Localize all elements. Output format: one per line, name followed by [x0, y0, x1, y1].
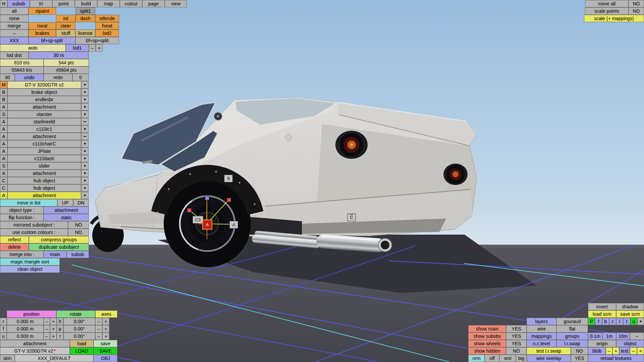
merge-into-subob-button[interactable]: subob: [66, 251, 89, 258]
btn-none[interactable]: none: [0, 15, 29, 22]
object-type-value[interactable]: attachment: [44, 206, 89, 214]
show-hidden-label[interactable]: show hidden: [468, 347, 506, 355]
show-hidden-toggle[interactable]: NO: [506, 347, 527, 355]
list-0-letter[interactable]: M: [0, 81, 7, 88]
move-in-list-button[interactable]: move in list: [0, 199, 57, 206]
list-0-flag[interactable]: •: [81, 81, 89, 88]
list-15-letter[interactable]: A: [0, 192, 7, 199]
load-scm-button[interactable]: load scm: [588, 310, 616, 318]
lod-minus-button[interactable]: –: [89, 44, 96, 52]
compress-groups-button[interactable]: compress groups: [29, 236, 89, 243]
nrm-button[interactable]: nrm: [468, 355, 485, 362]
position-u-minus[interactable]: –: [44, 333, 50, 340]
btn-rseat[interactable]: rseat: [29, 22, 56, 29]
show-main-label[interactable]: show main: [468, 325, 506, 333]
merge-into-main-button[interactable]: main: [44, 251, 66, 258]
save-small-button[interactable]: save: [94, 340, 117, 347]
invert-button[interactable]: invert: [588, 303, 616, 310]
btn-all[interactable]: all: [0, 7, 29, 15]
grid-1m-button[interactable]: 1m: [602, 333, 616, 340]
btn-lod1[interactable]: lod1: [66, 44, 89, 52]
list-1-name[interactable]: brake object: [7, 88, 81, 96]
list-13-flag[interactable]: •: [81, 177, 89, 184]
show-subobs-label[interactable]: show subobs: [468, 333, 506, 340]
clean-object-button[interactable]: clean object: [0, 265, 60, 273]
tab-position[interactable]: position: [7, 310, 56, 318]
list-14-name[interactable]: hub object: [7, 184, 81, 192]
nrm-sml-button[interactable]: sml: [499, 355, 516, 362]
list-14-flag[interactable]: •: [81, 184, 89, 192]
list-10-flag[interactable]: •: [81, 155, 89, 162]
list-4-letter[interactable]: S: [0, 111, 7, 118]
position-f-minus[interactable]: –: [44, 325, 50, 333]
blob-plus-button[interactable]: +: [612, 347, 619, 355]
viewport-3d[interactable]: [0, 0, 644, 362]
position-f-value[interactable]: 0.000 m: [7, 325, 44, 333]
btn-fseat[interactable]: fseat: [95, 22, 119, 29]
list-10-letter[interactable]: A: [0, 155, 7, 162]
control-point-red-2[interactable]: [227, 198, 231, 202]
mappings-button[interactable]: mappings: [527, 333, 556, 340]
load-small-button[interactable]: load: [70, 340, 94, 347]
list-6-letter[interactable]: A: [0, 125, 7, 133]
move-all-toggle[interactable]: NO: [629, 0, 644, 7]
rotate-p-value[interactable]: 0.00°: [63, 325, 95, 333]
list-8-letter[interactable]: A: [0, 140, 7, 147]
list-7-name[interactable]: attachment: [7, 133, 81, 140]
list-5-letter[interactable]: A: [0, 118, 7, 125]
layer-dot-toggle[interactable]: •: [637, 318, 644, 325]
list-4-flag[interactable]: •: [81, 111, 89, 118]
wire-overlay-button[interactable]: wire overlay: [527, 355, 571, 362]
save-button[interactable]: SAVE: [94, 347, 117, 355]
groups-button[interactable]: groups: [556, 333, 588, 340]
tab-rotate[interactable]: rotate: [56, 310, 95, 318]
text-plus-button[interactable]: +: [637, 347, 644, 355]
redo-button[interactable]: redo: [44, 74, 72, 81]
rotate-p-minus[interactable]: –: [95, 325, 102, 333]
grid-none-button[interactable]: –: [630, 333, 644, 340]
list-3-letter[interactable]: A: [0, 103, 7, 111]
position-r-minus[interactable]: –: [44, 318, 50, 325]
control-point-blue[interactable]: [205, 196, 209, 200]
layer-t-toggle[interactable]: t: [623, 318, 630, 325]
move-all-label[interactable]: move all: [585, 0, 629, 7]
list-6-name[interactable]: c110ic1: [7, 125, 81, 133]
list-12-flag[interactable]: •: [81, 170, 89, 177]
btn-dash-group[interactable]: –: [0, 29, 29, 37]
layer-f-toggle[interactable]: f: [595, 318, 602, 325]
marker-c[interactable]: C: [347, 214, 356, 221]
mirrored-subobject-toggle[interactable]: NO: [68, 221, 89, 229]
list-11-flag[interactable]: •: [81, 162, 89, 170]
list-8-name[interactable]: c110chairC: [7, 140, 81, 147]
rotate-p-plus[interactable]: +: [102, 325, 109, 333]
list-1-flag[interactable]: •: [81, 88, 89, 96]
test-lr-swap-toggle[interactable]: NO: [571, 347, 588, 355]
rotate-r-plus[interactable]: +: [102, 333, 109, 340]
list-2-letter[interactable]: B: [0, 96, 7, 103]
list-14-letter[interactable]: C: [0, 184, 7, 192]
list-9-flag[interactable]: •: [81, 147, 89, 155]
nc-level-button[interactable]: n.c.level: [527, 340, 556, 347]
text-label[interactable]: text: [619, 347, 630, 355]
menu-build[interactable]: build: [75, 0, 97, 7]
scale-mappings-button[interactable]: scale (+ mappings): [584, 15, 644, 22]
list-9-name[interactable]: JPlate: [7, 147, 81, 155]
list-12-letter[interactable]: A: [0, 170, 7, 177]
marker-s[interactable]: S: [224, 175, 233, 182]
menu-point[interactable]: point: [52, 0, 75, 7]
layer-p-toggle[interactable]: P: [588, 318, 595, 325]
list-4-name[interactable]: starster: [7, 111, 81, 118]
list-13-letter[interactable]: C: [0, 177, 7, 184]
list-1-letter[interactable]: B: [0, 88, 7, 96]
list-9-letter[interactable]: A: [0, 147, 7, 155]
text-minus-button[interactable]: –: [630, 347, 637, 355]
rotate-h-plus[interactable]: +: [102, 318, 109, 325]
move-down-button[interactable]: DN: [73, 199, 89, 206]
reload-textures-button[interactable]: reload textures: [588, 355, 644, 362]
btn-merge[interactable]: merge: [0, 22, 29, 29]
show-main-toggle[interactable]: YES: [506, 325, 527, 333]
layer-l-toggle[interactable]: l: [616, 318, 623, 325]
marker-a-selected[interactable]: A: [202, 220, 212, 230]
list-3-name[interactable]: attachment: [7, 103, 81, 111]
lr-swap-button[interactable]: l.r.swap: [556, 340, 588, 347]
